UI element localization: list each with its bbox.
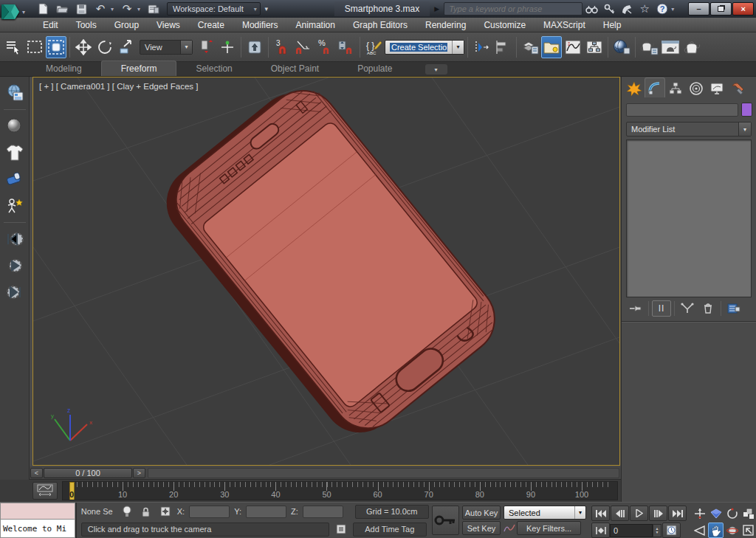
workspace-dropdown[interactable]: Workspace: Default ▾ xyxy=(167,2,261,15)
pin-stack-button[interactable] xyxy=(626,300,645,317)
ribbon-tab-object-paint[interactable]: Object Paint xyxy=(252,61,338,76)
time-configuration-button[interactable] xyxy=(662,523,681,538)
keyboard-shortcut-override-button[interactable] xyxy=(244,36,265,58)
key-filters-button[interactable]: Key Filters... xyxy=(517,521,581,535)
search-button[interactable] xyxy=(583,1,600,16)
track-bar-ruler[interactable]: 0102030405060708090100 xyxy=(62,481,618,500)
menu-maxscript[interactable]: MAXScript xyxy=(535,18,594,32)
open-file-button[interactable] xyxy=(53,1,71,16)
use-pivot-point-center-button[interactable] xyxy=(196,36,216,58)
undo-button[interactable]: ↶ xyxy=(92,1,109,16)
select-and-move-button[interactable] xyxy=(73,36,94,58)
render-setup-button[interactable] xyxy=(639,36,659,58)
dolly-camera-button[interactable] xyxy=(692,506,707,521)
render-production-button[interactable] xyxy=(681,36,702,58)
select-and-rotate-button[interactable] xyxy=(94,36,115,58)
select-by-name-button[interactable] xyxy=(3,36,24,58)
auto-key-button[interactable]: Auto Key xyxy=(462,506,501,520)
maxscript-mini-listener[interactable]: Welcome to Mi xyxy=(0,503,77,538)
menu-create[interactable]: Create xyxy=(189,18,233,32)
redo-history-caret-icon[interactable]: ▾ xyxy=(137,6,143,13)
percent-snap-toggle-button[interactable]: % xyxy=(315,36,335,58)
animate-play-button[interactable] xyxy=(3,254,27,277)
toggle-scene-explorer-button[interactable] xyxy=(541,36,562,58)
current-frame-field[interactable] xyxy=(610,524,653,537)
minimize-button[interactable]: – xyxy=(688,2,709,15)
rectangular-selection-region-button[interactable] xyxy=(24,36,45,58)
ribbon-tab-populate[interactable]: Populate xyxy=(338,61,411,76)
shape-brush-button[interactable] xyxy=(3,114,27,138)
project-folder-button[interactable] xyxy=(145,1,162,16)
animate-previous-button[interactable] xyxy=(3,227,27,251)
manage-layers-button[interactable] xyxy=(520,36,540,58)
previous-frame-button[interactable] xyxy=(611,506,629,521)
go-to-end-button[interactable] xyxy=(668,506,687,521)
set-key-button[interactable]: Set Key xyxy=(462,521,501,535)
previous-frame-slider-button[interactable]: < xyxy=(30,468,43,478)
sign-in-button[interactable] xyxy=(600,1,618,16)
select-object-button[interactable] xyxy=(46,36,66,58)
mirror-button[interactable] xyxy=(471,36,492,58)
ribbon-tab-freeform[interactable]: Freeform xyxy=(101,61,177,76)
object-name-field[interactable] xyxy=(626,103,738,117)
configure-modifier-sets-button[interactable] xyxy=(724,300,743,317)
tab-display[interactable] xyxy=(707,79,727,97)
new-scene-button[interactable] xyxy=(34,1,52,16)
undo-history-caret-icon[interactable]: ▾ xyxy=(111,6,117,13)
listener-output-pane[interactable]: Welcome to Mi xyxy=(0,520,75,538)
optimize-tool-button[interactable] xyxy=(3,194,27,218)
time-slider-channel[interactable] xyxy=(148,468,619,478)
material-editor-button[interactable] xyxy=(611,36,632,58)
angle-snap-toggle-button[interactable] xyxy=(293,36,314,58)
tab-hierarchy[interactable] xyxy=(665,79,686,97)
application-menu-button[interactable]: ▾ xyxy=(0,1,28,23)
y-coordinate-field[interactable] xyxy=(246,506,286,518)
viewport-label[interactable]: [ + ] [ Camera001 ] [ Clay + Edged Faces… xyxy=(39,82,198,91)
menu-edit[interactable]: Edit xyxy=(34,18,67,32)
x-coordinate-field[interactable] xyxy=(189,506,230,518)
infocenter-search[interactable] xyxy=(444,2,583,15)
maximize-viewport-toggle-button[interactable] xyxy=(740,523,756,538)
help-caret-icon[interactable]: ▾ xyxy=(671,6,677,13)
workspace-menu-button[interactable]: ▾ xyxy=(261,2,272,15)
curve-editor-button[interactable] xyxy=(563,36,583,58)
menu-animation[interactable]: Animation xyxy=(287,18,344,32)
conform-cloth-button[interactable] xyxy=(3,141,27,165)
tab-create[interactable] xyxy=(624,79,645,97)
named-selection-set-dropdown[interactable]: Create Selection Se ▾ xyxy=(385,40,464,55)
open-mini-curve-editor-button[interactable] xyxy=(32,482,58,500)
remove-modifier-button[interactable] xyxy=(698,300,718,317)
roll-camera-button[interactable] xyxy=(724,506,740,521)
selection-lock-button[interactable] xyxy=(139,504,154,519)
listener-macro-pane[interactable] xyxy=(0,503,75,520)
key-mode-toggle-button[interactable] xyxy=(591,523,610,538)
isolate-selection-button[interactable] xyxy=(120,504,134,519)
frame-spinner[interactable]: ▲ ▼ xyxy=(653,524,662,537)
key-filter-scope-dropdown[interactable]: Selected ▾ xyxy=(504,506,586,520)
orbit-camera-button[interactable] xyxy=(724,523,740,538)
go-to-start-button[interactable] xyxy=(591,506,610,521)
help-button[interactable]: ? xyxy=(653,1,671,16)
absolute-mode-transform-button[interactable] xyxy=(158,504,173,519)
truck-camera-button[interactable] xyxy=(708,523,724,538)
menu-help[interactable]: Help xyxy=(594,18,630,32)
communication-center-button[interactable] xyxy=(618,1,636,16)
ribbon-tab-selection[interactable]: Selection xyxy=(176,61,251,76)
animate-next-button[interactable] xyxy=(3,280,27,304)
restore-button[interactable] xyxy=(710,2,732,15)
default-tangents-icon[interactable] xyxy=(504,523,515,534)
snaps-toggle-button[interactable]: 3 xyxy=(272,36,292,58)
polydraw-tool-button[interactable] xyxy=(3,81,27,105)
edit-named-selection-sets-button[interactable]: { }ABC xyxy=(363,36,384,58)
menu-group[interactable]: Group xyxy=(106,18,148,32)
zoom-extents-all-button[interactable] xyxy=(708,506,724,521)
z-coordinate-field[interactable] xyxy=(303,506,343,518)
eraser-tool-button[interactable] xyxy=(3,168,27,191)
show-end-result-button[interactable]: II xyxy=(652,300,671,317)
field-of-view-button[interactable] xyxy=(692,523,707,538)
menu-rendering[interactable]: Rendering xyxy=(416,18,475,32)
reference-coordinate-system-dropdown[interactable]: View ▾ xyxy=(140,40,193,55)
next-frame-button[interactable] xyxy=(649,506,667,521)
menu-customize[interactable]: Customize xyxy=(475,18,535,32)
ribbon-tab-modeling[interactable]: Modeling xyxy=(27,61,101,76)
